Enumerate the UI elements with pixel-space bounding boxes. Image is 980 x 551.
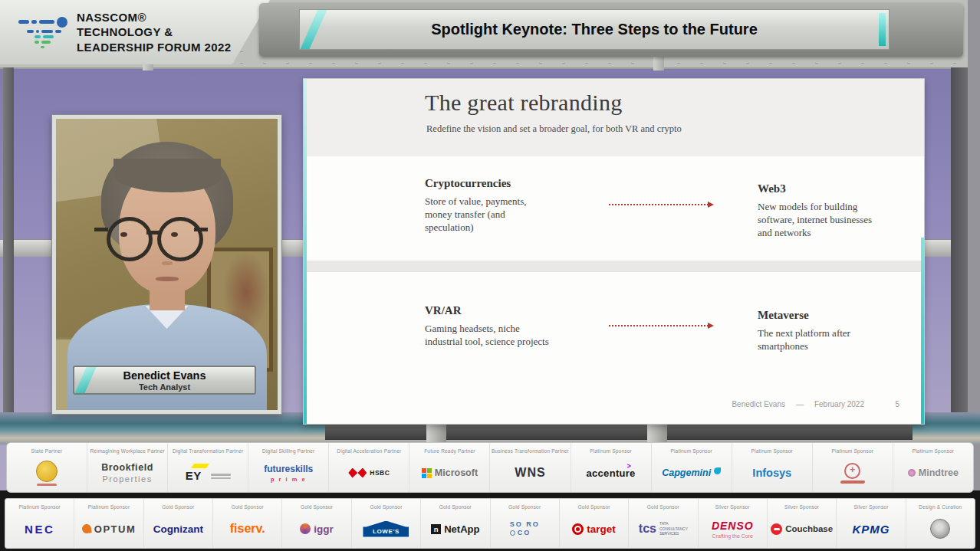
event-title-line3: LEADERSHIP FORUM 2022 [77, 40, 232, 55]
sponsor-item: Silver SponsorKPMG [837, 499, 906, 548]
sponsor-tier-label: Platinum Sponsor [88, 504, 130, 510]
slide-footer-date: February 2022 [814, 400, 864, 408]
slide-section: VR/AR Gaming headsets, niche industrial … [425, 304, 578, 348]
sponsor-tier-label: Gold Sponsor [508, 504, 541, 510]
screen-leg [647, 421, 667, 443]
presentation-slide: The great rebranding Redefine the vision… [304, 79, 924, 424]
optum-logo: OPTUM [82, 510, 136, 548]
sponsor-tier-label: Digital Skilling Partner [262, 448, 314, 454]
dotted-arrow-icon [609, 325, 709, 326]
glasses-arm [94, 228, 108, 231]
emblem-yellow-logo [36, 454, 58, 492]
slide-page-number: 5 [895, 400, 899, 408]
screen-leg [426, 421, 446, 443]
sponsor-strip-bottom: Platinum SponsorNECPlatinum SponsorOPTUM… [5, 498, 975, 549]
cognizant-logo: Cognizant [153, 510, 203, 548]
sponsor-item: Silver SponsorDENSOCrafting the Core [699, 499, 768, 548]
sponsor-item: Silver SponsorCouchbase [768, 499, 837, 548]
sponsor-item: Gold Sponsoriggr [282, 499, 351, 548]
microsoft-logo: Microsoft [422, 454, 478, 492]
emblem-gray-logo [930, 510, 950, 548]
slide-section: Metaverse The next platform after smartp… [758, 309, 899, 353]
sponsor-item: Gold SponsornNetApp [421, 499, 490, 548]
event-title: NASSCOM® TECHNOLOGY & LEADERSHIP FORUM 2… [77, 10, 232, 55]
section-heading: Web3 [758, 182, 899, 195]
sponsor-tier-label: Platinum Sponsor [832, 448, 874, 454]
teal-accent-stripe [299, 9, 329, 50]
sponsor-item: Business Transformation PartnerWNS [490, 443, 571, 492]
section-body: Gaming headsets, niche industrial tool, … [425, 322, 578, 348]
accenture-logo: accenture> [587, 454, 636, 492]
glasses-arm [194, 228, 208, 231]
sponsor-item: Design & Curation [906, 499, 975, 548]
screen-glow-edge [921, 238, 924, 424]
sponsor-tier-label: Reimagining Workplace Partner [90, 448, 164, 454]
sponsor-item: Future Ready PartnerMicrosoft [409, 443, 490, 492]
event-title-line1: NASSCOM® [77, 10, 232, 25]
sponsor-tier-label: Gold Sponsor [647, 504, 679, 510]
sponsor-item: Gold SponsorLOWE'S [352, 499, 421, 548]
sponsor-tier-label: Gold Sponsor [301, 504, 333, 510]
screen-glow-edge [304, 79, 307, 424]
section-heading: VR/AR [425, 304, 578, 317]
section-body: New models for building software, intern… [758, 200, 899, 239]
sponsor-strip-top: State PartnerReimagining Workplace Partn… [6, 442, 974, 493]
sponsor-tier-label: Digital Transformation Partner [173, 448, 243, 454]
sponsor-item: Digital Transformation PartnerEY [168, 443, 248, 492]
virtual-event-stage: NASSCOM® TECHNOLOGY & LEADERSHIP FORUM 2… [0, 0, 980, 551]
sponsor-item: Platinum SponsorMindtree [893, 443, 973, 492]
emblem-red-logo [840, 454, 865, 492]
sponsor-item: State Partner [7, 443, 87, 492]
speaker-role: Tech Analyst [74, 382, 255, 392]
dotted-arrow-icon [609, 204, 709, 205]
ey-logo: EY [186, 454, 231, 492]
slide-section: Cryptocurrencies Store of value, payment… [425, 177, 578, 234]
sponsor-tier-label: Silver Sponsor [715, 504, 750, 510]
sponsor-item: Gold SponsorSO ROCO [491, 499, 560, 548]
sponsor-tier-label: Platinum Sponsor [670, 448, 712, 454]
slide-title: The great rebranding [425, 90, 623, 116]
lowes-logo: LOWE'S [363, 510, 409, 548]
sponsor-tier-label: Future Ready Partner [424, 448, 475, 454]
hsbc-logo: HSBC [348, 454, 390, 492]
speaker-eye [171, 232, 178, 237]
sponsor-tier-label: State Partner [31, 448, 63, 454]
couchbase-logo: Couchbase [771, 510, 833, 548]
speaker-eye [120, 232, 127, 237]
teal-accent-stripe [879, 13, 886, 46]
banner-post [653, 57, 664, 71]
sponsor-item: Reimagining Workplace PartnerBrookfieldP… [87, 443, 168, 492]
sponsor-item: Gold SponsortcsTATA CONSULTANCY SERVICES [629, 499, 698, 548]
sponsor-item: Digital Skilling Partnerfutureskillsp r … [248, 443, 329, 492]
sponsor-tier-label: Platinum Sponsor [18, 504, 61, 510]
sponsor-tier-label: Digital Acceleration Partner [337, 448, 401, 454]
section-heading: Metaverse [758, 309, 899, 322]
left-pillar [3, 67, 14, 444]
speaker-nose [162, 261, 173, 265]
session-banner: Spotlight Keynote: Three Steps to the Fu… [259, 3, 963, 57]
sponsor-tier-label: Gold Sponsor [577, 504, 610, 510]
nasscom-logo-icon [14, 17, 67, 48]
sponsor-item: Platinum SponsorCapgemini [652, 443, 732, 492]
section-body: The next platform after smartphones [758, 326, 899, 353]
infosys-logo: Infosys [752, 454, 791, 492]
brookfield-logo: BrookfieldProperties [101, 454, 153, 492]
capgemini-logo: Capgemini [662, 454, 721, 492]
iggr-logo: iggr [300, 510, 334, 548]
fiserv-logo: fiserv. [230, 510, 265, 548]
sponsor-tier-label: Gold Sponsor [370, 504, 402, 510]
sponsor-item: Gold SponsorCognizant [144, 499, 213, 548]
glasses-lens [107, 217, 153, 261]
sponsor-tier-label: Silver Sponsor [784, 504, 819, 510]
sponsor-tier-label: Platinum Sponsor [590, 448, 632, 454]
sponsor-tier-label: Design & Curation [919, 504, 962, 510]
sponsor-item: Gold Sponsorfiserv. [213, 499, 282, 548]
sponsor-item: Platinum Sponsor [813, 443, 893, 492]
denso-logo: DENSOCrafting the Core [712, 510, 754, 548]
slide-footer-separator: — [796, 400, 804, 408]
glasses-bridge [146, 231, 159, 235]
screen-base-shadow [325, 423, 913, 440]
futureskills-logo: futureskillsp r i m e [264, 454, 313, 492]
section-body: Store of value, payments, money transfer… [425, 195, 578, 234]
sponsor-tier-label: Business Transformation Partner [492, 448, 569, 454]
